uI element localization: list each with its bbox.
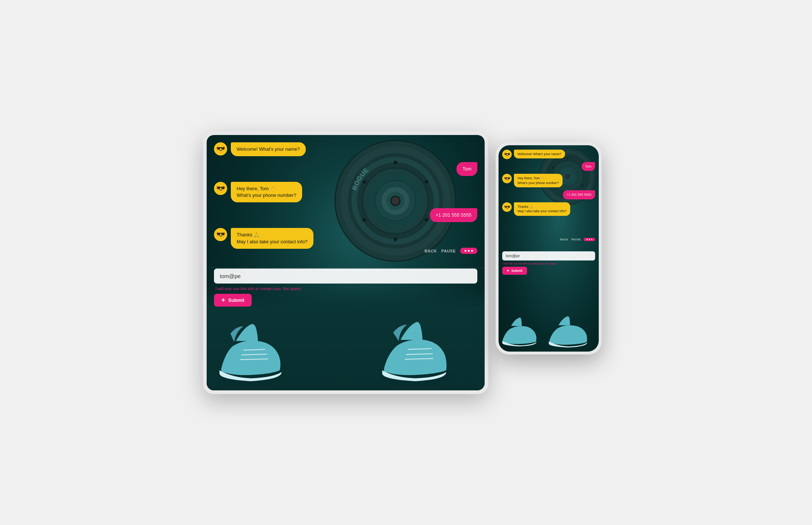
tablet-bot-bubble-1: Welcome! What's your name? xyxy=(231,142,306,156)
phone-bot-bubble-1: Welcome! What's your name? xyxy=(514,150,565,159)
tablet-bot-bubble-2: Hey there, Tom 👋 What's your phone numbe… xyxy=(231,182,302,202)
dot-2 xyxy=(468,250,470,252)
phone-bot-bubble-2: Hey there, Tom 👋 What's your phone numbe… xyxy=(514,174,563,187)
phone-submit-button[interactable]: ✈ Submit xyxy=(502,267,527,275)
dot-1 xyxy=(465,250,466,252)
tablet-controls-bar: BACK PAUSE xyxy=(207,244,485,258)
phone-submit-label: Submit xyxy=(511,269,523,273)
tablet-bot-avatar-2: 😎 xyxy=(214,182,227,195)
send-icon: ✈ xyxy=(221,297,225,303)
phone-screen: 😎 Welcome! What's your name? Tom 😎 Hey t… xyxy=(499,145,599,352)
phone-user-bubble-1: Tom xyxy=(582,162,595,171)
tablet-submit-label: Submit xyxy=(228,297,244,303)
tablet-screen: ROGUE xyxy=(207,135,485,390)
phone-bot-avatar-2: 😎 xyxy=(502,174,512,183)
tablet-device: ROGUE xyxy=(203,131,488,394)
phone-dot-2 xyxy=(589,239,590,240)
phone-bot-msg-2-row: 😎 Hey there, Tom 👋 What's your phone num… xyxy=(502,174,595,187)
tablet-submit-button[interactable]: ✈ Submit xyxy=(214,294,252,307)
phone-pause-button[interactable]: PAUSE xyxy=(571,238,581,241)
tablet-user-bubble-1: Tom xyxy=(456,162,477,176)
phone-user-phone-bubble: +1 201 555 5555 xyxy=(563,190,595,199)
phone-bot-msg-3-row: 😎 Thanks 🙏 May I also take your contact … xyxy=(502,202,595,216)
phone-bot-avatar-1: 😎 xyxy=(502,150,512,159)
tablet-bot-msg-1-row: 😎 Welcome! What's your name? xyxy=(214,142,477,156)
scene: ROGUE xyxy=(203,131,609,394)
phone-bot-msg-1-row: 😎 Welcome! What's your name? xyxy=(502,150,595,159)
phone-bot-avatar-3: 😎 xyxy=(502,202,512,212)
tablet-spam-notice: I will only use this info to contact you… xyxy=(214,286,477,291)
phone-more-options-button[interactable] xyxy=(584,238,595,241)
tablet-bot-avatar-1: 😎 xyxy=(214,142,227,155)
tablet-back-button[interactable]: BACK xyxy=(425,249,437,253)
phone-bot-bubble-3: Thanks 🙏 May I also take your contact in… xyxy=(514,202,570,216)
phone-dot-3 xyxy=(591,239,592,240)
phone-spam-notice: I will only use this info to contact you… xyxy=(502,262,595,265)
tablet-bot-avatar-3: 😎 xyxy=(214,228,227,241)
phone-input-area: I will only use this info to contact you… xyxy=(499,248,599,352)
phone-user-msg-1-row: Tom xyxy=(502,162,595,171)
tablet-input-area: I will only use this info to contact you… xyxy=(207,263,485,390)
phone-back-button[interactable]: BACK xyxy=(560,238,568,241)
tablet-user-phone-row: +1 201 555 5555 xyxy=(214,208,477,222)
dot-3 xyxy=(471,250,473,252)
tablet-pause-button[interactable]: PAUSE xyxy=(441,249,456,253)
phone-user-phone-row: +1 201 555 5555 xyxy=(502,190,595,199)
phone-send-icon: ✈ xyxy=(507,269,510,273)
tablet-more-options-button[interactable] xyxy=(460,248,477,254)
tablet-user-msg-1-row: Tom xyxy=(214,162,477,176)
tablet-user-phone-bubble: +1 201 555 5555 xyxy=(430,208,477,222)
phone-email-input[interactable] xyxy=(502,251,595,260)
phone-controls-bar: BACK PAUSE xyxy=(499,235,599,244)
tablet-bot-msg-2-row: 😎 Hey there, Tom 👋 What's your phone num… xyxy=(214,182,477,202)
phone-device: 😎 Welcome! What's your name? Tom 😎 Hey t… xyxy=(496,142,602,355)
tablet-email-input[interactable] xyxy=(214,269,477,284)
phone-dot-1 xyxy=(587,239,588,240)
